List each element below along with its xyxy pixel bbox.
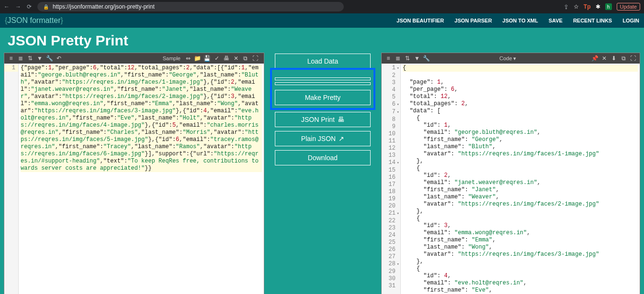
lock-icon: 🔒 bbox=[43, 4, 49, 10]
ext-icon-3[interactable]: h bbox=[605, 3, 612, 10]
outdent-icon[interactable]: ≣ bbox=[394, 54, 402, 62]
nav-links: JSON BEAUTIFIER JSON PARSER JSON TO XML … bbox=[396, 18, 639, 23]
highlight-box: Make Pretty bbox=[270, 68, 375, 110]
copy-icon[interactable]: ⧉ bbox=[242, 54, 249, 62]
plain-json-button[interactable]: Plain JSON ↗ bbox=[275, 131, 371, 146]
filter-icon[interactable]: ▼ bbox=[36, 54, 44, 62]
output-code-area[interactable]: 1▾2 3 4 5 6▾7▾8 9 10 11 12 13 14▾15 16 1… bbox=[382, 64, 640, 294]
url-text: https://jsonformatter.org/json-pretty-pr… bbox=[53, 3, 155, 10]
output-toolbar: ≡ ≣ ⇅ ▼ 🔧 Code ▾ 📌 ✕ ⬇ ⧉ ⛶ bbox=[382, 53, 640, 64]
output-gutter: 1▾2 3 4 5 6▾7▾8 9 10 11 12 13 14▾15 16 1… bbox=[382, 64, 401, 294]
nav-json-beautifier[interactable]: JSON BEAUTIFIER bbox=[396, 18, 444, 23]
back-icon[interactable]: ← bbox=[4, 3, 10, 10]
input-code-area[interactable]: 1 {"page":1,"per_page":6,"total":12,"tot… bbox=[4, 64, 264, 294]
folder-icon[interactable]: 📁 bbox=[194, 54, 202, 62]
nav-recent-links[interactable]: RECENT LINKS bbox=[573, 18, 612, 23]
filter-icon[interactable]: ▼ bbox=[413, 54, 421, 62]
sample-label[interactable]: Sample bbox=[163, 55, 181, 61]
input-editor: ≡ ≣ ⇅ ▼ 🔧 ↶ Sample ⇔ 📁 💾 ✓ 🖶 ✕ ⧉ ⛶ 1 {"p… bbox=[4, 53, 264, 294]
star-icon[interactable]: ☆ bbox=[574, 3, 579, 10]
undo-icon[interactable]: ↶ bbox=[55, 54, 63, 62]
browser-chrome: ← → ⟳ 🔒 https://jsonformatter.org/json-p… bbox=[0, 0, 644, 13]
external-link-icon: ↗ bbox=[339, 135, 344, 142]
forward-icon[interactable]: → bbox=[15, 3, 21, 10]
action-column: Load Data Make Pretty JSON Print 🖶 Plain… bbox=[264, 53, 381, 294]
download-button[interactable]: Download bbox=[275, 150, 371, 165]
save-icon[interactable]: 💾 bbox=[203, 54, 211, 62]
sort-icon[interactable]: ⇅ bbox=[404, 54, 411, 62]
site-logo[interactable]: {JSON formatter} bbox=[5, 16, 63, 25]
clear-icon[interactable]: ✕ bbox=[600, 54, 608, 62]
ext-icon-1[interactable]: Tp bbox=[584, 3, 591, 10]
code-label[interactable]: Code ▾ bbox=[499, 55, 516, 62]
url-bar[interactable]: 🔒 https://jsonformatter.org/json-pretty-… bbox=[37, 2, 344, 11]
nav-login[interactable]: LOGIN bbox=[622, 18, 639, 23]
wrench-icon[interactable]: 🔧 bbox=[423, 54, 430, 62]
check-icon[interactable]: ✓ bbox=[213, 54, 221, 62]
update-button[interactable]: Update bbox=[617, 3, 640, 11]
output-editor: ≡ ≣ ⇅ ▼ 🔧 Code ▾ 📌 ✕ ⬇ ⧉ ⛶ 1▾2 3 4 5 6▾7… bbox=[381, 53, 640, 294]
nav-json-parser[interactable]: JSON PARSER bbox=[454, 18, 492, 23]
clear-icon[interactable]: ✕ bbox=[232, 54, 240, 62]
wrench-icon[interactable]: 🔧 bbox=[45, 54, 53, 62]
copy-icon[interactable]: ⧉ bbox=[620, 54, 627, 62]
print-icon[interactable]: 🖶 bbox=[223, 54, 230, 62]
input-code-content[interactable]: {"page":1,"per_page":6,"total":12,"total… bbox=[19, 64, 264, 294]
site-header: {JSON formatter} JSON BEAUTIFIER JSON PA… bbox=[0, 13, 644, 28]
output-code-content[interactable]: { "page": 1, "per_page": 6, "total": 12,… bbox=[401, 64, 640, 294]
pin-icon[interactable]: 📌 bbox=[591, 54, 599, 62]
sort-icon[interactable]: ⇅ bbox=[26, 54, 34, 62]
ext-icon-2[interactable]: ✱ bbox=[596, 3, 600, 10]
share-icon[interactable]: ⇪ bbox=[564, 3, 569, 11]
indent-icon[interactable]: ≡ bbox=[384, 54, 392, 62]
json-print-button[interactable]: JSON Print 🖶 bbox=[275, 112, 371, 127]
nav-json-to-xml[interactable]: JSON TO XML bbox=[502, 18, 538, 23]
outdent-icon[interactable]: ≣ bbox=[17, 54, 24, 62]
make-pretty-button[interactable]: Make Pretty bbox=[275, 90, 371, 105]
input-toolbar: ≡ ≣ ⇅ ▼ 🔧 ↶ Sample ⇔ 📁 💾 ✓ 🖶 ✕ ⧉ ⛶ bbox=[4, 53, 264, 64]
print-small-icon: 🖶 bbox=[338, 116, 344, 123]
fullscreen-icon[interactable]: ⛶ bbox=[251, 54, 259, 62]
reload-icon[interactable]: ⟳ bbox=[27, 3, 32, 10]
fullscreen-icon[interactable]: ⛶ bbox=[629, 54, 637, 62]
indent-icon[interactable]: ≡ bbox=[7, 54, 15, 62]
page-title: JSON Pretty Print bbox=[0, 28, 644, 53]
nav-save[interactable]: SAVE bbox=[549, 18, 563, 23]
input-gutter: 1 bbox=[4, 64, 19, 294]
link-icon[interactable]: ⇔ bbox=[184, 54, 192, 62]
download-icon[interactable]: ⬇ bbox=[610, 54, 618, 62]
load-data-button[interactable]: Load Data bbox=[275, 54, 371, 69]
